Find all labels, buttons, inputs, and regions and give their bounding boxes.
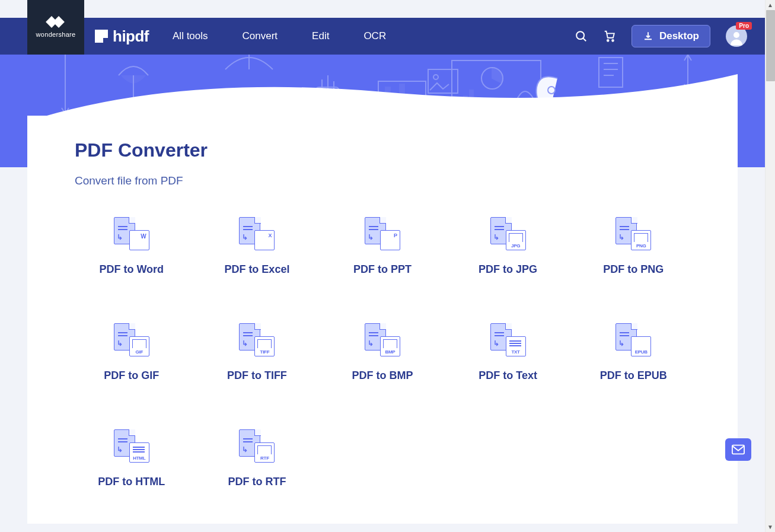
tool-icon: GIF (114, 323, 149, 356)
svg-point-3 (612, 40, 614, 42)
navbar: hipdf All tools Convert Edit OCR Desktop (0, 18, 765, 55)
brand[interactable]: hipdf (95, 27, 149, 46)
file-ext-label: HTML (133, 455, 145, 461)
mail-icon (732, 444, 745, 455)
nav-ocr[interactable]: OCR (363, 30, 386, 42)
tool-icon (239, 217, 275, 250)
tool-icon: BMP (365, 323, 400, 356)
tool-label: PDF to EPUB (600, 369, 667, 382)
tool-label: PDF to HTML (98, 476, 165, 488)
wondershare-label: wondershare (36, 31, 76, 38)
file-ext-label: PNG (636, 243, 646, 249)
svg-rect-23 (464, 96, 467, 111)
svg-rect-24 (470, 90, 473, 111)
tool-icon: EPUB (615, 323, 651, 356)
svg-point-2 (607, 40, 609, 42)
desktop-button-label: Desktop (659, 30, 699, 42)
tool-pdf-to-rtf[interactable]: RTFPDF to RTF (200, 429, 314, 488)
file-ext-label: BMP (385, 349, 396, 355)
tool-pdf-to-excel[interactable]: PDF to Excel (200, 217, 314, 276)
scroll-up-icon[interactable]: ▲ (766, 0, 776, 10)
tool-label: PDF to GIF (104, 369, 159, 382)
tool-pdf-to-bmp[interactable]: BMPPDF to BMP (326, 323, 439, 382)
file-ext-label: EPUB (635, 349, 648, 355)
tool-pdf-to-gif[interactable]: GIFPDF to GIF (75, 323, 189, 382)
tool-label: PDF to Text (479, 369, 537, 382)
file-ext-label: TIFF (260, 349, 270, 355)
tool-pdf-to-word[interactable]: PDF to Word (75, 217, 189, 276)
tool-label: PDF to PPT (353, 263, 412, 276)
tool-label: PDF to BMP (352, 369, 413, 382)
tool-label: PDF to RTF (228, 476, 286, 488)
search-icon[interactable] (575, 30, 588, 43)
svg-rect-17 (400, 84, 404, 105)
tool-label: PDF to TIFF (227, 369, 287, 382)
svg-point-0 (576, 31, 584, 39)
svg-line-1 (583, 39, 586, 42)
tool-pdf-to-jpg[interactable]: JPGPDF to JPG (451, 217, 565, 276)
svg-rect-25 (476, 101, 479, 111)
scrollbar[interactable]: ▲ ▼ (765, 0, 775, 532)
tool-icon: HTML (114, 429, 149, 463)
nav-edit[interactable]: Edit (312, 30, 329, 42)
tool-icon: PNG (615, 217, 651, 250)
svg-rect-26 (599, 58, 623, 87)
file-ext-label: TXT (511, 349, 519, 355)
file-ext-label: RTF (260, 455, 269, 461)
hipdf-logo-icon (95, 30, 108, 43)
file-ext-label: JPG (511, 243, 520, 249)
wondershare-logo-icon (47, 17, 64, 27)
nav-convert[interactable]: Convert (243, 30, 278, 42)
tool-pdf-to-ppt[interactable]: PDF to PPT (326, 217, 439, 276)
svg-rect-15 (385, 87, 390, 105)
svg-point-4 (733, 32, 739, 38)
tools-grid: PDF to WordPDF to ExcelPDF to PPTJPGPDF … (75, 217, 690, 488)
nav-all-tools[interactable]: All tools (173, 30, 208, 42)
scroll-down-icon[interactable]: ▼ (766, 522, 776, 532)
page-subtitle: Convert file from PDF (75, 174, 690, 187)
tool-pdf-to-text[interactable]: TXTPDF to Text (451, 323, 565, 382)
tool-icon: TIFF (239, 323, 275, 356)
svg-rect-16 (393, 93, 397, 105)
pro-badge: Pro (736, 22, 752, 30)
tool-label: PDF to JPG (479, 263, 537, 276)
cart-icon[interactable] (603, 30, 616, 43)
tool-pdf-to-html[interactable]: HTMLPDF to HTML (75, 429, 189, 488)
svg-rect-33 (732, 445, 744, 454)
user-avatar[interactable]: Pro (726, 26, 747, 47)
brand-name: hipdf (113, 27, 149, 46)
desktop-button[interactable]: Desktop (632, 25, 710, 47)
nav-right: Desktop Pro (575, 25, 747, 47)
tool-pdf-to-epub[interactable]: EPUBPDF to EPUB (576, 323, 690, 382)
tool-icon: TXT (490, 323, 526, 356)
page-title: PDF Converter (75, 139, 690, 161)
tool-label: PDF to PNG (603, 263, 664, 276)
tool-pdf-to-png[interactable]: PNGPDF to PNG (576, 217, 690, 276)
scroll-thumb[interactable] (766, 10, 775, 81)
file-ext-label: GIF (136, 349, 143, 355)
tool-icon: RTF (239, 429, 275, 463)
tool-label: PDF to Word (99, 263, 164, 276)
top-spacer (0, 0, 775, 18)
tool-icon (114, 217, 149, 250)
main-card: PDF Converter Convert file from PDF PDF … (27, 116, 738, 524)
svg-point-19 (433, 75, 438, 79)
tool-icon (365, 217, 400, 250)
download-icon (643, 31, 653, 42)
tool-pdf-to-tiff[interactable]: TIFFPDF to TIFF (200, 323, 314, 382)
tool-label: PDF to Excel (224, 263, 289, 276)
feedback-button[interactable] (725, 438, 751, 461)
wondershare-tab[interactable]: wondershare (27, 0, 84, 55)
tool-icon: JPG (490, 217, 526, 250)
nav-links: All tools Convert Edit OCR (173, 30, 386, 42)
